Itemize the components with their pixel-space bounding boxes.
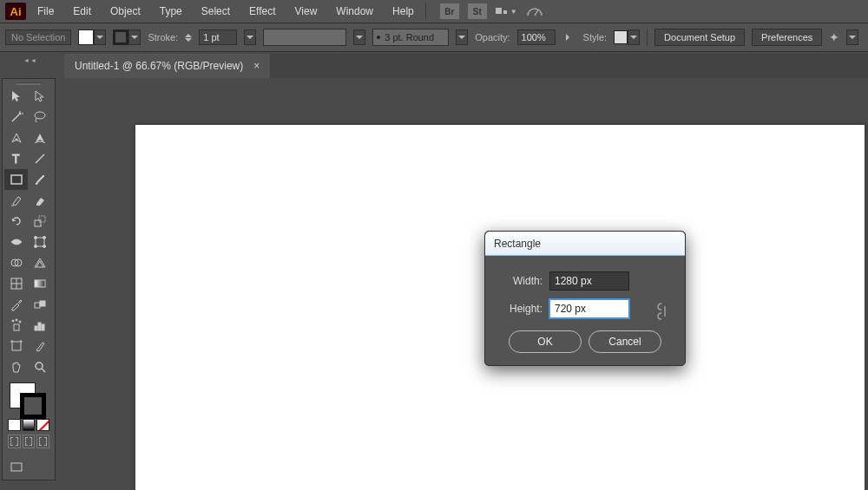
selection-tool[interactable] xyxy=(4,86,28,107)
menu-bar: Ai File Edit Object Type Select Effect V… xyxy=(0,0,868,23)
zoom-tool[interactable] xyxy=(28,356,51,377)
svg-rect-40 xyxy=(11,463,22,471)
svg-point-2 xyxy=(19,113,21,114)
cancel-button[interactable]: Cancel xyxy=(589,330,661,353)
curvature-tool[interactable] xyxy=(28,127,51,148)
document-tab[interactable]: Untitled-1 @ 66.67% (RGB/Preview) × xyxy=(64,54,270,78)
width-input[interactable] xyxy=(549,271,629,291)
draw-behind-icon[interactable] xyxy=(23,434,36,448)
stroke-weight-stepper[interactable] xyxy=(185,30,192,45)
svg-point-5 xyxy=(35,112,45,119)
svg-rect-9 xyxy=(11,175,22,184)
svg-point-17 xyxy=(43,245,45,248)
fill-stroke-indicator[interactable] xyxy=(4,381,53,419)
preferences-button[interactable]: Preferences xyxy=(752,29,822,46)
scale-tool[interactable] xyxy=(28,211,51,232)
brush-definition[interactable]: 3 pt. Round xyxy=(372,29,449,46)
svg-line-0 xyxy=(535,10,538,16)
svg-text:T: T xyxy=(12,152,20,166)
svg-rect-31 xyxy=(38,323,41,330)
stroke-color-icon[interactable] xyxy=(20,393,46,419)
svg-point-28 xyxy=(16,319,17,321)
bridge-icon[interactable]: Br xyxy=(440,3,459,19)
svg-point-27 xyxy=(12,320,14,322)
brush-dropdown[interactable] xyxy=(456,29,468,45)
menu-type[interactable]: Type xyxy=(152,2,190,21)
svg-rect-25 xyxy=(40,301,45,306)
type-tool[interactable]: T xyxy=(4,148,28,169)
menu-help[interactable]: Help xyxy=(385,2,422,21)
paintbrush-tool[interactable] xyxy=(28,169,51,190)
variable-width-dropdown[interactable] xyxy=(353,29,365,45)
line-segment-tool[interactable] xyxy=(28,148,51,169)
height-label: Height: xyxy=(499,303,542,315)
svg-point-29 xyxy=(19,321,21,323)
menu-window[interactable]: Window xyxy=(328,2,381,21)
dialog-titlebar[interactable]: Rectangle xyxy=(485,232,685,256)
ok-button[interactable]: OK xyxy=(509,330,582,353)
gpu-preview-icon[interactable] xyxy=(526,5,543,17)
shaper-tool[interactable] xyxy=(4,190,28,211)
pen-tool[interactable] xyxy=(4,127,28,148)
align-to-icon[interactable]: ✦ xyxy=(829,30,839,44)
column-graph-tool[interactable] xyxy=(28,315,51,336)
stroke-weight-input[interactable] xyxy=(199,29,237,45)
width-tool[interactable] xyxy=(4,232,28,252)
perspective-grid-tool[interactable] xyxy=(28,252,51,273)
selection-indicator[interactable]: No Selection xyxy=(5,29,71,45)
menu-object[interactable]: Object xyxy=(102,2,148,21)
direct-selection-tool[interactable] xyxy=(28,86,51,107)
lasso-tool[interactable] xyxy=(28,107,51,127)
opacity-input[interactable] xyxy=(517,29,556,45)
color-solid-icon[interactable] xyxy=(8,419,21,431)
menu-edit[interactable]: Edit xyxy=(65,2,99,21)
svg-line-1 xyxy=(12,114,19,121)
blend-tool[interactable] xyxy=(28,294,51,315)
artboard-tool[interactable] xyxy=(4,336,28,356)
close-tab-icon[interactable]: × xyxy=(253,60,260,72)
stroke-label[interactable]: Stroke: xyxy=(148,32,178,42)
mesh-tool[interactable] xyxy=(4,273,28,294)
menu-effect[interactable]: Effect xyxy=(241,2,283,21)
eyedropper-tool[interactable] xyxy=(4,294,28,315)
hand-tool[interactable] xyxy=(4,356,28,377)
stroke-swatch[interactable] xyxy=(113,29,141,45)
rectangle-tool[interactable] xyxy=(4,169,28,190)
height-input[interactable] xyxy=(549,299,629,318)
opacity-label[interactable]: Opacity: xyxy=(475,32,510,42)
style-label[interactable]: Style: xyxy=(583,32,608,42)
drawing-mode-row xyxy=(4,434,53,452)
svg-point-16 xyxy=(34,245,36,248)
color-gradient-icon[interactable] xyxy=(23,419,36,431)
color-none-icon[interactable] xyxy=(36,419,49,431)
collapse-panel-icon[interactable] xyxy=(0,54,61,66)
variable-width-profile[interactable] xyxy=(263,29,346,46)
color-mode-row xyxy=(4,419,53,434)
arrange-documents-icon[interactable]: ▼ xyxy=(496,8,517,16)
menu-select[interactable]: Select xyxy=(194,2,238,21)
document-setup-button[interactable]: Document Setup xyxy=(654,29,745,46)
svg-rect-32 xyxy=(42,324,44,330)
opacity-expand-icon[interactable] xyxy=(562,29,576,45)
fill-swatch[interactable] xyxy=(78,29,106,45)
constrain-proportions-icon[interactable] xyxy=(655,301,667,324)
rotate-tool[interactable] xyxy=(4,211,28,232)
slice-tool[interactable] xyxy=(28,336,51,356)
draw-normal-icon[interactable] xyxy=(8,434,21,448)
stock-icon[interactable]: St xyxy=(468,3,487,19)
eraser-tool[interactable] xyxy=(28,190,51,211)
gradient-tool[interactable] xyxy=(28,273,51,294)
canvas-area[interactable] xyxy=(64,78,868,490)
free-transform-tool[interactable] xyxy=(28,232,51,252)
screen-mode-icon[interactable] xyxy=(4,457,28,478)
align-dropdown[interactable] xyxy=(846,29,858,45)
menu-file[interactable]: File xyxy=(30,2,62,21)
symbol-sprayer-tool[interactable] xyxy=(4,315,28,336)
rectangle-dialog: Rectangle Width: Height: OK Cancel xyxy=(484,231,686,366)
menu-view[interactable]: View xyxy=(287,2,326,21)
stroke-weight-dropdown[interactable] xyxy=(244,29,256,45)
shape-builder-tool[interactable] xyxy=(4,252,28,273)
graphic-style-swatch[interactable] xyxy=(614,29,640,45)
draw-inside-icon[interactable] xyxy=(36,434,49,448)
magic-wand-tool[interactable] xyxy=(4,107,28,127)
